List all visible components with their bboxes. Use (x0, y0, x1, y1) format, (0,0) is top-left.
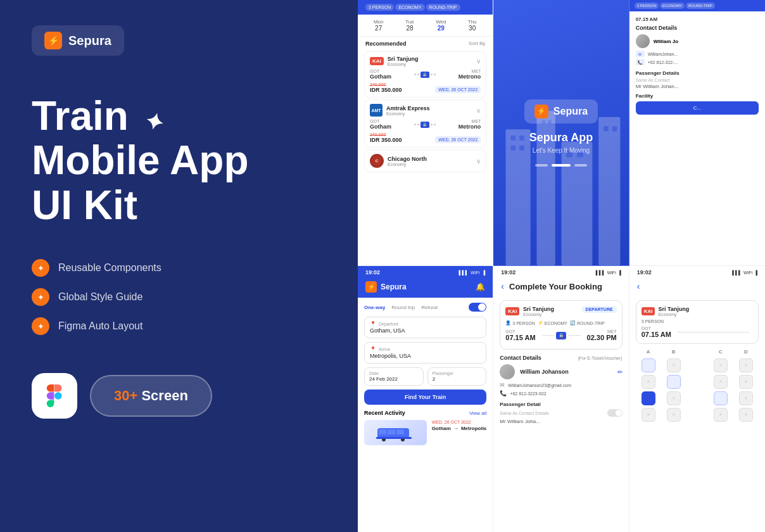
m4-notification-icon[interactable]: 🔔 (476, 282, 485, 291)
m5-contact-section-header: Contact Details (For E-Ticket/Voucher) (500, 355, 622, 361)
m2-dot-2 (552, 164, 571, 167)
m4-tab-refund[interactable]: Refund (421, 305, 438, 310)
m5-card-header: KAI Sri Tanjung Economy DEPARTURE (505, 306, 616, 317)
m6-route: GOT 07.15 AM (642, 326, 753, 338)
m4-date-field[interactable]: Date 24 Feb 2022 (364, 367, 424, 386)
m1-day-tue[interactable]: Tue 28 (394, 17, 425, 34)
m6-seat-1b[interactable]: ✕ (667, 358, 681, 372)
m1-logo-kai: KAI (370, 57, 384, 65)
m5-back-button[interactable]: ‹ (501, 281, 504, 291)
figma-button[interactable] (32, 373, 77, 419)
m3-contact-title: Contact Details (636, 25, 759, 31)
m6-seat-1d[interactable]: ✕ (739, 358, 753, 372)
m6-col-gap (692, 349, 702, 355)
m6-seat-2c[interactable]: ✕ (714, 375, 728, 389)
m5-same-as-row: Same As Contact Details (500, 409, 622, 417)
m1-train-card-1[interactable]: KAI Sri Tanjung Economy ∨ GOTGotham 🚆 ME… (364, 51, 486, 98)
headline-line1: Train (32, 93, 129, 139)
m4-train-svg (376, 423, 414, 442)
m4-passenger-value: 2 (433, 376, 482, 382)
m5-contact-title: Contact Details (500, 355, 541, 361)
m6-seat-2d[interactable]: ✕ (739, 375, 753, 389)
m1-tag-roundtrip: ROUND-TRIP (426, 4, 460, 11)
m1-sort-label[interactable]: Sort By (469, 41, 485, 47)
m4-date-value: 24 Feb 2022 (369, 376, 419, 382)
m5-got-time: 07.15 AM (505, 334, 535, 341)
m1-day-wed[interactable]: Wed 29 (426, 17, 457, 34)
m5-body: KAI Sri Tanjung Economy DEPARTURE 👤 3 PE… (493, 296, 628, 428)
m6-seat-3b[interactable]: ✕ (667, 391, 681, 405)
m6-seat-1c[interactable]: ✕ (714, 358, 728, 372)
m1-day-thu[interactable]: Thu 30 (457, 17, 488, 34)
m5-train-card: KAI Sri Tanjung Economy DEPARTURE 👤 3 PE… (500, 300, 622, 350)
m4-recent-activity-item[interactable]: WED, 26 OCT 2022 Gotham → Metropolis (364, 420, 486, 445)
m6-seat-4b[interactable]: ✕ (667, 408, 681, 422)
m5-wifi-icon: WiFi (607, 270, 616, 275)
m4-recent-date: WED, 26 OCT 2022 (432, 420, 487, 424)
screens-count-button[interactable]: 30+ Screen (90, 375, 212, 417)
feature-text-3: Figma Auto Layout (58, 320, 142, 332)
m6-seat-2b[interactable] (667, 375, 681, 389)
m6-seat-1a[interactable] (642, 358, 655, 372)
mockup-seat-selection: 19:02 ▌▌▌ WiFi ▐ ‹ KAI Sri Tanjung Econo… (629, 266, 765, 532)
m3-passenger-section: Passenger Details Same As Contact Mr Wil… (636, 70, 759, 89)
m6-back-button[interactable]: ‹ (637, 281, 640, 291)
m6-seat-3a[interactable] (642, 391, 655, 405)
m4-departure-field[interactable]: 📍 Departure Gotham, USA (364, 317, 486, 338)
m4-view-all-link[interactable]: View all (469, 410, 486, 416)
m5-got-label: GOT (505, 329, 535, 334)
m3-continue-btn[interactable]: C... (636, 101, 759, 115)
m1-recommended-title: Recommended (365, 41, 407, 47)
m5-phone-icon: 📞 (500, 390, 507, 396)
m4-find-train-button[interactable]: Find Your Train (364, 390, 486, 405)
svg-rect-3 (599, 117, 621, 265)
m5-status-icons: ▌▌▌ WiFi ▐ (596, 270, 621, 275)
m5-met-time: 02.30 PM (587, 334, 617, 341)
m5-same-as-toggle[interactable] (607, 409, 623, 417)
m1-day-selector[interactable]: Mon 27 Tue 28 Wed 29 Thu 30 (358, 15, 493, 37)
m4-date-label: Date (369, 371, 419, 376)
m6-seat-row-2: ✕ ✕ ✕ (636, 375, 759, 389)
m6-statusbar: 19:02 ▌▌▌ WiFi ▐ (629, 266, 765, 279)
m4-passenger-label: Passenger (433, 371, 482, 376)
m6-col-c: C (714, 349, 728, 355)
m5-signal-icon: ▌▌▌ (596, 270, 605, 275)
m4-status-icons: ▌▌▌ WiFi ▐ (458, 270, 485, 275)
m4-refund-toggle[interactable] (469, 303, 486, 312)
logo-text: Sepura (68, 34, 111, 48)
m3-phone-row: 📞 +62 812-322-... (636, 59, 759, 65)
m2-dot-1 (535, 164, 548, 167)
m3-contact-section: Contact Details William Jo ✉ WilliamJoha… (636, 25, 759, 65)
m5-train-icon: 🚆 (556, 332, 566, 339)
m6-got-time: 07.15 AM (642, 331, 671, 338)
m4-departure-label: Departure (379, 322, 398, 326)
m5-passenger-title: Passenger Detail (500, 402, 622, 407)
m1-train-card-3[interactable]: C Chicago North Economy ∨ (364, 149, 486, 172)
m3-contact-name: William Jo (654, 39, 679, 44)
m6-seat-4d[interactable]: ✕ (739, 408, 753, 422)
m1-train-card-2[interactable]: AMT Amtrak Express Economy ∨ GOTGotham 🚆… (364, 99, 486, 148)
m1-train-icon-2: 🚆 (420, 122, 429, 128)
m1-day-mon[interactable]: Mon 27 (363, 17, 394, 34)
m3-phone-icon: 📞 (636, 59, 645, 65)
m4-tab-oneway[interactable]: One-way (364, 305, 385, 310)
m4-arrive-field[interactable]: 📍 Arrive Metropolis, USA (364, 342, 486, 364)
m4-departure-value: Gotham, USA (370, 327, 481, 334)
m4-tab-roundtrip[interactable]: Round trip (391, 305, 415, 310)
m6-seat-4a[interactable]: ✕ (642, 408, 655, 422)
m6-seat-2a[interactable]: ✕ (642, 375, 655, 389)
m5-phone-text: +62 812-3223-922 (510, 391, 546, 396)
logo-badge[interactable]: ⚡ Sepura (32, 25, 124, 56)
m4-recent-header: Recent Activity View all (364, 410, 486, 416)
m6-status-time: 19:02 (637, 269, 652, 276)
svg-rect-15 (379, 429, 386, 434)
m6-seat-3d[interactable]: ✕ (739, 391, 753, 405)
m5-edit-icon[interactable]: ✏ (617, 369, 623, 376)
headline-line2: Mobile App (32, 137, 248, 183)
m6-seat-4c[interactable]: ✕ (714, 408, 728, 422)
m4-passenger-field[interactable]: Passenger 2 (427, 367, 487, 386)
m3-avatar (636, 34, 650, 48)
m4-battery-icon: ▐ (482, 270, 485, 275)
m2-logo-icon: ⚡ (534, 104, 548, 118)
m6-seat-3c[interactable] (714, 391, 728, 405)
